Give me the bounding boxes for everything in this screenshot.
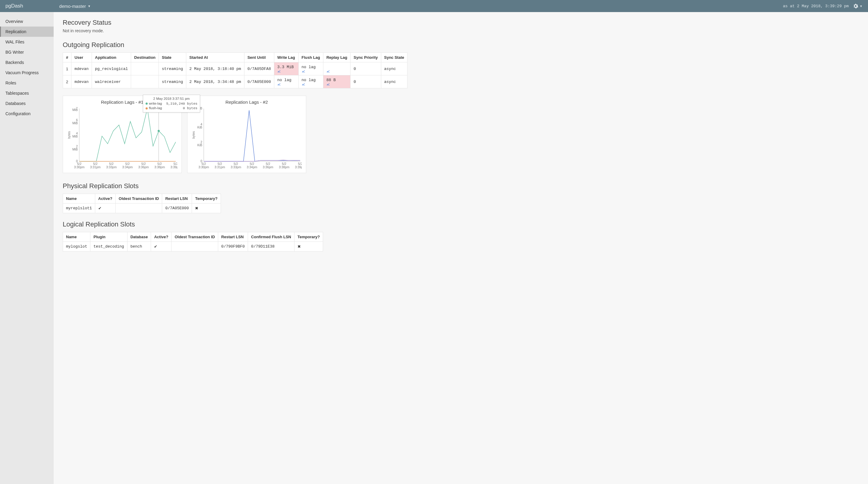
svg-text:6MiB: 6MiB bbox=[72, 118, 78, 125]
table-cell: no lag bbox=[299, 75, 323, 88]
chart-icon[interactable] bbox=[277, 82, 296, 86]
svg-text:2KiB: 2KiB bbox=[197, 140, 203, 147]
table-cell bbox=[131, 62, 159, 75]
main-content: Recovery Status Not in recovery mode. Ou… bbox=[54, 12, 868, 484]
physical-table: NameActive?Oldest Transaction IDRestart … bbox=[63, 193, 221, 213]
table-cell: async bbox=[381, 75, 407, 88]
check-icon bbox=[98, 206, 101, 211]
svg-text:5/23:38pm: 5/23:38pm bbox=[154, 162, 165, 169]
table-header: Sync State bbox=[381, 53, 407, 62]
topbar: pgDash demo-master ▼ as at 2 May 2018, 3… bbox=[0, 0, 868, 12]
settings-button[interactable]: ▼ bbox=[853, 3, 863, 9]
chevron-down-icon: ▼ bbox=[88, 4, 91, 8]
table-row: mylogslottest_decodingbench0/790F9BF00/7… bbox=[63, 242, 323, 251]
server-name: demo-master bbox=[59, 4, 86, 9]
chart-icon[interactable] bbox=[327, 82, 347, 86]
sidebar-item-replication[interactable]: Replication bbox=[0, 27, 54, 37]
table-cell: mdevan bbox=[71, 62, 92, 75]
table-row: myreplslot10/7A05E000 bbox=[63, 204, 221, 213]
chart-svg: 02KiB4KiBKiBbytes5/23:30pm5/23:31pm5/23:… bbox=[192, 107, 302, 171]
sidebar-item-config[interactable]: Configuration bbox=[0, 109, 54, 119]
chart-icon[interactable] bbox=[302, 69, 320, 73]
chart-icon[interactable] bbox=[277, 69, 296, 73]
table-header: Name bbox=[63, 232, 90, 242]
table-row: 2mdevanwalreceiverstreaming2 May 2018, 3… bbox=[63, 75, 407, 88]
table-cell bbox=[151, 242, 172, 251]
table-row: 1mdevanpg_recvlogicalstreaming2 May 2018… bbox=[63, 62, 407, 75]
sidebar-item-walfiles[interactable]: WAL Files bbox=[0, 37, 54, 47]
table-header: Destination bbox=[131, 53, 159, 62]
table-cell: 3.3 MiB bbox=[274, 62, 299, 75]
gear-icon bbox=[853, 3, 858, 9]
svg-text:2MiB: 2MiB bbox=[72, 145, 78, 151]
table-header: State bbox=[159, 53, 186, 62]
table-header: Sync Priority bbox=[350, 53, 381, 62]
svg-text:4KiB: 4KiB bbox=[197, 122, 203, 129]
table-header: Database bbox=[127, 232, 151, 242]
svg-text:5/23:31pm: 5/23:31pm bbox=[90, 162, 101, 169]
sidebar: OverviewReplicationWAL FilesBG WriterBac… bbox=[0, 12, 54, 484]
cross-icon bbox=[298, 244, 301, 249]
table-cell bbox=[294, 242, 323, 251]
table-cell: 88 B bbox=[323, 75, 350, 88]
sidebar-item-vacuum[interactable]: Vacuum Progress bbox=[0, 67, 54, 78]
table-cell: 0 bbox=[350, 62, 381, 75]
table-header: Plugin bbox=[90, 232, 127, 242]
table-cell: async bbox=[381, 62, 407, 75]
server-selector[interactable]: demo-master ▼ bbox=[59, 4, 91, 9]
svg-text:8MiB: 8MiB bbox=[72, 107, 78, 112]
svg-text:5/23:36pm: 5/23:36pm bbox=[138, 162, 149, 169]
table-cell bbox=[172, 242, 218, 251]
table-cell: 0/790F9BF0 bbox=[218, 242, 248, 251]
sidebar-item-databases[interactable]: Databases bbox=[0, 98, 54, 109]
brand: pgDash bbox=[5, 3, 23, 9]
chart-svg: 02MiB4MiB6MiB8MiBbytes5/23:30pm5/23:31pm… bbox=[67, 107, 177, 171]
table-cell: 1 bbox=[63, 62, 71, 75]
svg-text:5/23:38pm: 5/23:38pm bbox=[279, 162, 289, 169]
logical-heading: Logical Replication Slots bbox=[63, 220, 859, 228]
table-cell: 0 bbox=[350, 75, 381, 88]
table-cell: streaming bbox=[159, 75, 186, 88]
sidebar-item-overview[interactable]: Overview bbox=[0, 16, 54, 27]
svg-text:5/23:39pm: 5/23:39pm bbox=[170, 162, 177, 169]
table-cell bbox=[116, 204, 162, 213]
chart-icon[interactable] bbox=[327, 69, 347, 73]
svg-text:4MiB: 4MiB bbox=[72, 131, 78, 138]
chart-tooltip: 2 May 2018 3:37:51 pmwrite-lag5,210,240 … bbox=[143, 95, 200, 113]
check-icon bbox=[154, 244, 157, 249]
svg-text:bytes: bytes bbox=[67, 131, 71, 139]
table-cell bbox=[131, 75, 159, 88]
svg-text:5/23:39pm: 5/23:39pm bbox=[295, 162, 302, 169]
table-header: Write Lag bbox=[274, 53, 299, 62]
chart-card: Replication Lags - #202KiB4KiBKiBbytes5/… bbox=[187, 96, 306, 173]
table-cell: walreceiver bbox=[92, 75, 131, 88]
table-header: Temporary? bbox=[294, 232, 323, 242]
outgoing-heading: Outgoing Replication bbox=[63, 41, 859, 49]
sidebar-item-tablespaces[interactable]: Tablespaces bbox=[0, 88, 54, 98]
table-cell bbox=[323, 62, 350, 75]
table-cell bbox=[192, 204, 221, 213]
table-cell: mylogslot bbox=[63, 242, 90, 251]
table-header: Oldest Transaction ID bbox=[116, 194, 162, 204]
table-cell: 0/7A05E000 bbox=[244, 75, 274, 88]
sidebar-item-backends[interactable]: Backends bbox=[0, 57, 54, 67]
svg-text:5/23:30pm: 5/23:30pm bbox=[198, 162, 209, 169]
table-cell: no lag bbox=[274, 75, 299, 88]
svg-point-14 bbox=[158, 130, 160, 132]
table-cell: myreplslot1 bbox=[63, 204, 95, 213]
table-header: Active? bbox=[151, 232, 172, 242]
table-cell: streaming bbox=[159, 62, 186, 75]
table-header: Confirmed Flush LSN bbox=[248, 232, 294, 242]
table-header: Sent Until bbox=[244, 53, 274, 62]
sidebar-item-bgwriter[interactable]: BG Writer bbox=[0, 47, 54, 57]
table-cell: 2 May 2018, 3:18:40 pm bbox=[186, 62, 244, 75]
chart-icon[interactable] bbox=[302, 82, 320, 86]
sidebar-item-roles[interactable]: Roles bbox=[0, 78, 54, 88]
recovery-heading: Recovery Status bbox=[63, 19, 859, 27]
outgoing-table: #UserApplicationDestinationStateStarted … bbox=[63, 53, 407, 88]
table-header: Active? bbox=[95, 194, 116, 204]
table-header: Name bbox=[63, 194, 95, 204]
svg-text:5/23:34pm: 5/23:34pm bbox=[122, 162, 133, 169]
table-header: Restart LSN bbox=[218, 232, 248, 242]
table-header: User bbox=[71, 53, 92, 62]
